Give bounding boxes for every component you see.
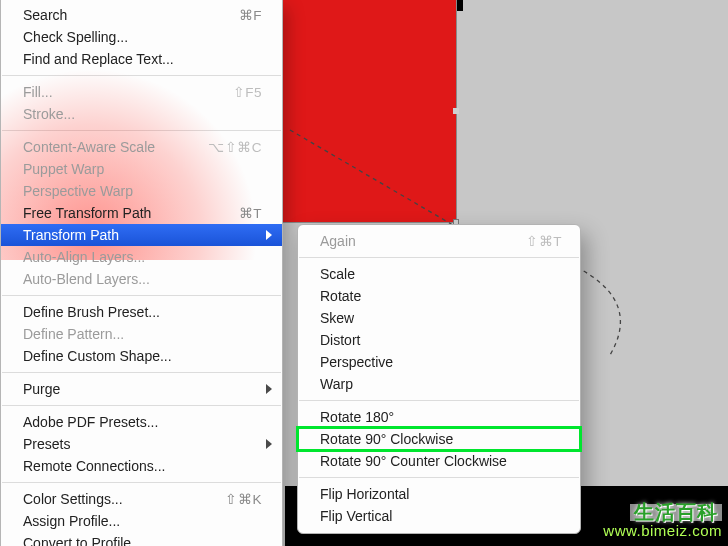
edit-menu-item-check-spelling[interactable]: Check Spelling...	[1, 26, 282, 48]
edit-menu-item-perspective-warp: Perspective Warp	[1, 180, 282, 202]
transform-submenu-item-rotate-90-counter-clockwise[interactable]: Rotate 90° Counter Clockwise	[298, 450, 580, 472]
menu-item-label: Define Custom Shape...	[23, 347, 262, 366]
menu-item-label: Flip Horizontal	[320, 485, 562, 504]
menu-item-label: Scale	[320, 265, 562, 284]
edit-menu-item-convert-to-profile[interactable]: Convert to Profile	[1, 532, 282, 546]
submenu-arrow-icon	[266, 439, 272, 449]
menu-item-label: Content-Aware Scale	[23, 138, 208, 157]
edit-menu-item-stroke: Stroke...	[1, 103, 282, 125]
menu-item-label: Presets	[23, 435, 262, 454]
menu-item-label: Warp	[320, 375, 562, 394]
edit-menu-item-find-and-replace-text[interactable]: Find and Replace Text...	[1, 48, 282, 70]
edit-menu-separator	[2, 75, 281, 76]
transform-submenu-separator	[299, 400, 579, 401]
edit-menu-dropdown[interactable]: Search⌘FCheck Spelling...Find and Replac…	[0, 0, 283, 546]
edit-menu-separator	[2, 482, 281, 483]
edit-menu-item-purge[interactable]: Purge	[1, 378, 282, 400]
transform-submenu-item-again: Again⇧⌘T	[298, 230, 580, 252]
menu-item-label: Remote Connections...	[23, 457, 262, 476]
menu-item-label: Find and Replace Text...	[23, 50, 262, 69]
menu-item-label: Define Pattern...	[23, 325, 262, 344]
submenu-arrow-icon	[266, 230, 272, 240]
menu-item-label: Auto-Align Layers...	[23, 248, 262, 267]
edit-menu-item-free-transform-path[interactable]: Free Transform Path⌘T	[1, 202, 282, 224]
edit-menu-item-search[interactable]: Search⌘F	[1, 4, 282, 26]
menu-item-label: Color Settings...	[23, 490, 225, 509]
edit-menu-item-define-custom-shape[interactable]: Define Custom Shape...	[1, 345, 282, 367]
menu-item-label: Search	[23, 6, 239, 25]
menu-item-label: Rotate 90° Clockwise	[320, 430, 562, 449]
menu-item-label: Rotate 180°	[320, 408, 562, 427]
menu-item-label: Stroke...	[23, 105, 262, 124]
menu-item-label: Flip Vertical	[320, 507, 562, 526]
edit-menu-item-puppet-warp: Puppet Warp	[1, 158, 282, 180]
edit-menu-item-transform-path[interactable]: Transform Path	[1, 224, 282, 246]
edit-menu-item-content-aware-scale: Content-Aware Scale⌥⇧⌘C	[1, 136, 282, 158]
menu-item-label: Perspective Warp	[23, 182, 262, 201]
transform-submenu-item-warp[interactable]: Warp	[298, 373, 580, 395]
edit-menu-item-fill: Fill...⇧F5	[1, 81, 282, 103]
menu-item-label: Rotate	[320, 287, 562, 306]
canvas-red-shape	[278, 0, 456, 222]
transform-submenu-item-rotate-180[interactable]: Rotate 180°	[298, 406, 580, 428]
menu-item-label: Assign Profile...	[23, 512, 262, 531]
transform-submenu-item-flip-horizontal[interactable]: Flip Horizontal	[298, 483, 580, 505]
menu-item-label: Puppet Warp	[23, 160, 262, 179]
menu-item-label: Fill...	[23, 83, 233, 102]
menu-item-label: Convert to Profile	[23, 534, 262, 547]
edit-menu-item-presets[interactable]: Presets	[1, 433, 282, 455]
edit-menu-item-define-brush-preset[interactable]: Define Brush Preset...	[1, 301, 282, 323]
transform-path-submenu[interactable]: Again⇧⌘TScaleRotateSkewDistortPerspectiv…	[297, 224, 581, 534]
menu-item-label: Purge	[23, 380, 262, 399]
transform-submenu-separator	[299, 477, 579, 478]
transform-submenu-item-flip-vertical[interactable]: Flip Vertical	[298, 505, 580, 527]
edit-menu-item-assign-profile[interactable]: Assign Profile...	[1, 510, 282, 532]
transform-submenu-item-distort[interactable]: Distort	[298, 329, 580, 351]
edit-menu-item-color-settings[interactable]: Color Settings...⇧⌘K	[1, 488, 282, 510]
menu-item-shortcut: ⌘F	[239, 6, 262, 25]
menu-item-shortcut: ⇧F5	[233, 83, 262, 102]
menu-item-shortcut: ⌥⇧⌘C	[208, 138, 262, 157]
edit-menu-item-auto-align-layers: Auto-Align Layers...	[1, 246, 282, 268]
edit-menu-separator	[2, 295, 281, 296]
menu-item-label: Again	[320, 232, 526, 251]
menu-item-label: Distort	[320, 331, 562, 350]
edit-menu-item-auto-blend-layers: Auto-Blend Layers...	[1, 268, 282, 290]
submenu-arrow-icon	[266, 384, 272, 394]
menu-item-label: Skew	[320, 309, 562, 328]
transform-submenu-item-scale[interactable]: Scale	[298, 263, 580, 285]
menu-item-shortcut: ⌘T	[239, 204, 262, 223]
transform-submenu-item-rotate-90-clockwise[interactable]: Rotate 90° Clockwise	[298, 428, 580, 450]
transform-submenu-item-perspective[interactable]: Perspective	[298, 351, 580, 373]
menu-item-label: Rotate 90° Counter Clockwise	[320, 452, 562, 471]
edit-menu-separator	[2, 130, 281, 131]
transform-submenu-separator	[299, 257, 579, 258]
edit-menu-separator	[2, 405, 281, 406]
menu-item-label: Transform Path	[23, 226, 262, 245]
edit-menu-item-define-pattern: Define Pattern...	[1, 323, 282, 345]
edit-menu-item-adobe-pdf-presets[interactable]: Adobe PDF Presets...	[1, 411, 282, 433]
menu-item-label: Perspective	[320, 353, 562, 372]
menu-item-shortcut: ⇧⌘T	[526, 232, 562, 251]
menu-item-label: Adobe PDF Presets...	[23, 413, 262, 432]
menu-item-label: Auto-Blend Layers...	[23, 270, 262, 289]
transform-submenu-item-skew[interactable]: Skew	[298, 307, 580, 329]
edit-menu-separator	[2, 372, 281, 373]
menu-item-label: Free Transform Path	[23, 204, 239, 223]
menu-item-label: Define Brush Preset...	[23, 303, 262, 322]
menu-item-label: Check Spelling...	[23, 28, 262, 47]
menu-item-shortcut: ⇧⌘K	[225, 490, 262, 509]
transform-submenu-item-rotate[interactable]: Rotate	[298, 285, 580, 307]
edit-menu-item-remote-connections[interactable]: Remote Connections...	[1, 455, 282, 477]
